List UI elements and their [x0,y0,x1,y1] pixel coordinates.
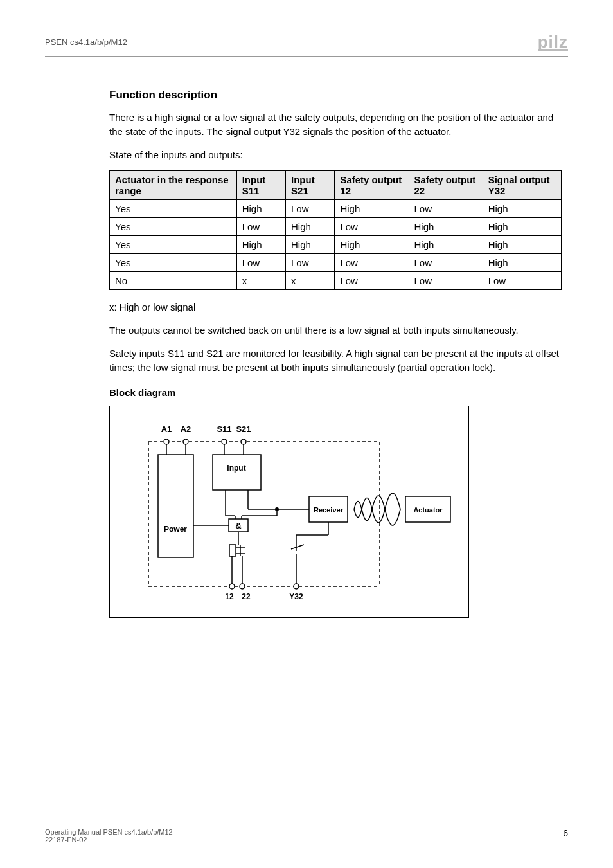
label-a2: A2 [181,424,191,434]
footer-line2: 22187-EN-02 [45,836,173,844]
svg-line-37 [291,545,304,549]
svg-rect-12 [158,455,193,557]
label-22: 22 [242,592,251,601]
section-title: Function description [109,89,562,102]
svg-point-8 [241,439,246,444]
label-input: Input [227,464,245,473]
table-header-row: Actuator in the response range Input S11… [110,171,562,200]
svg-point-2 [164,439,169,444]
x-note: x: High or low signal [109,300,562,314]
col-s21: Input S21 [286,171,335,200]
col-y32: Signal output Y32 [483,171,561,200]
logo: pilz [538,32,568,52]
content-body: Function description There is a high sig… [109,89,562,618]
col-actuator: Actuator in the response range [110,171,237,200]
label-a1: A1 [161,424,172,434]
label-s11: S11 [217,424,231,434]
state-lead: State of the inputs and outputs: [109,148,562,162]
svg-rect-27 [229,545,236,556]
page-footer: Operating Manual PSEN cs4.1a/b/p/M12 221… [45,824,568,844]
label-y32: Y32 [289,592,303,601]
doc-id: PSEN cs4.1a/b/p/M12 [45,37,127,47]
svg-point-4 [183,439,188,444]
label-12: 12 [225,592,234,601]
table-row: Yes High Low High Low High [110,200,562,218]
intro-paragraph: There is a high signal or a low signal a… [109,111,562,139]
label-receiver: Receiver [314,506,344,514]
svg-point-34 [240,584,245,589]
page-header: PSEN cs4.1a/b/p/M12 pilz [45,32,568,57]
note-p2: Safety inputs S11 and S21 are monitored … [109,347,562,375]
svg-point-41 [294,584,299,589]
block-diagram-heading: Block diagram [109,387,562,398]
block-diagram-svg: A1 A2 S11 S21 Power [110,406,470,619]
block-diagram: A1 A2 S11 S21 Power [109,406,469,618]
col-out22: Safety output 22 [409,171,483,200]
note-p1: The outputs cannot be switched back on u… [109,323,562,338]
col-s11: Input S11 [236,171,285,200]
label-actuator: Actuator [413,506,443,514]
label-s21: S21 [236,424,251,434]
table-row: Yes High High High High High [110,236,562,254]
svg-point-6 [222,439,227,444]
page-number: 6 [563,828,568,838]
footer-line1: Operating Manual PSEN cs4.1a/b/p/M12 [45,828,173,836]
table-row: Yes Low Low Low Low High [110,254,562,272]
col-out12: Safety output 12 [335,171,409,200]
label-amp: & [235,521,241,530]
io-state-table: Actuator in the response range Input S11… [109,170,562,290]
footer-left: Operating Manual PSEN cs4.1a/b/p/M12 221… [45,828,173,844]
table-row: Yes Low High Low High High [110,218,562,236]
label-power: Power [164,525,187,534]
table-row: No x x Low Low Low [110,272,562,290]
svg-point-33 [229,584,235,589]
